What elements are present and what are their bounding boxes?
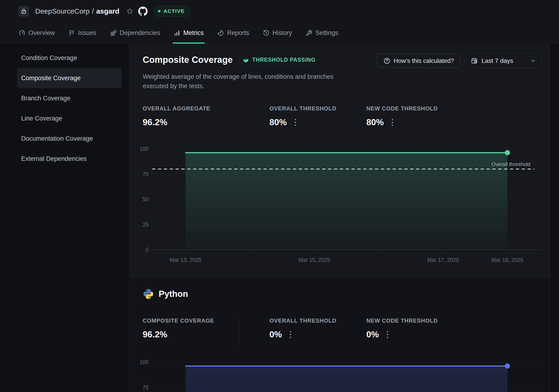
- repo-owner[interactable]: DeepSourceCorp: [35, 7, 90, 15]
- github-link[interactable]: [138, 7, 148, 16]
- stat-label: OVERALL THRESHOLD: [270, 317, 366, 324]
- repo-name[interactable]: asgard: [96, 7, 119, 15]
- python-stats-row: COMPOSITE COVERAGE 96.2% OVERALL THRESHO…: [143, 317, 438, 345]
- analyzer-title: Python: [159, 289, 188, 299]
- threshold-passing-badge: THRESHOLD PASSING: [239, 53, 322, 66]
- stat-label: OVERALL THRESHOLD: [270, 105, 366, 112]
- repo-nav: Overview Issues Dependencies Metrics: [0, 22, 559, 44]
- stat-new-code-threshold: NEW CODE THRESHOLD 80%: [366, 105, 438, 133]
- sidebar-item-branch-coverage[interactable]: Branch Coverage: [17, 88, 121, 108]
- page-title: Composite Coverage: [143, 55, 233, 65]
- tab-overview[interactable]: Overview: [19, 22, 55, 44]
- stat-menu-button[interactable]: [293, 117, 298, 127]
- star-icon: [126, 8, 133, 15]
- svg-text:0: 0: [146, 247, 149, 253]
- sidebar-item-documentation-coverage[interactable]: Documentation Coverage: [17, 128, 121, 149]
- stat-value: 96.2%: [143, 330, 167, 339]
- sidebar-item-composite-coverage[interactable]: Composite Coverage: [17, 68, 121, 88]
- top-bar: DeepSourceCorp / asgard ACTIVE: [0, 0, 559, 22]
- kebab-menu-icon: [391, 118, 393, 126]
- svg-text:Mar 17, 2025: Mar 17, 2025: [427, 257, 459, 263]
- how-calculated-label: How’s this calculated?: [394, 57, 454, 64]
- svg-text:75: 75: [142, 384, 149, 391]
- svg-text:100: 100: [140, 359, 149, 365]
- stat-label: COMPOSITE COVERAGE: [143, 317, 239, 324]
- kebab-menu-icon: [386, 330, 389, 339]
- svg-text:50: 50: [142, 196, 149, 202]
- history-icon: [263, 30, 270, 36]
- status-dot-icon: [158, 10, 160, 12]
- threshold-passing-label: THRESHOLD PASSING: [252, 57, 316, 63]
- tab-label: Metrics: [183, 29, 204, 36]
- stat-value: 96.2%: [143, 117, 167, 127]
- status-badge-label: ACTIVE: [164, 8, 185, 14]
- tab-label: History: [272, 29, 292, 36]
- kebab-menu-icon: [289, 330, 292, 339]
- tab-label: Reports: [227, 29, 249, 36]
- pie-chart-icon: [217, 30, 224, 36]
- svg-text:75: 75: [142, 171, 149, 177]
- stat-value: 80%: [366, 117, 384, 127]
- metrics-sidebar: Condition Coverage Composite Coverage Br…: [0, 44, 129, 392]
- python-section-header: Python: [143, 288, 188, 300]
- stat-menu-button[interactable]: [390, 117, 394, 127]
- composite-stats-row: OVERALL AGGREGATE 96.2% OVERALL THRESHOL…: [143, 105, 438, 133]
- threshold-status-icon: [243, 57, 249, 63]
- metrics-list: Condition Coverage Composite Coverage Br…: [17, 48, 121, 169]
- python-analyzer-section: Python COMPOSITE COVERAGE 96.2% OVERALL …: [129, 278, 550, 392]
- stats-divider: [239, 105, 240, 133]
- stat-composite-coverage: COMPOSITE COVERAGE 96.2%: [143, 317, 239, 345]
- chevron-down-icon: [530, 58, 536, 63]
- svg-text:Mar 18, 2025: Mar 18, 2025: [491, 257, 523, 263]
- packages-icon: [110, 30, 117, 36]
- panel-header: Composite Coverage THRESHOLD PASSING: [143, 53, 322, 66]
- status-badge: ACTIVE: [154, 6, 190, 17]
- metric-description: Weighted average of the coverage of line…: [143, 72, 361, 91]
- tab-label: Settings: [315, 29, 338, 36]
- date-range-select[interactable]: Last 7 days: [465, 53, 541, 68]
- flag-icon: [68, 30, 75, 36]
- deepsource-metrics-page: DeepSourceCorp / asgard ACTIVE Overview: [0, 0, 559, 392]
- sidebar-item-external-dependencies[interactable]: External Dependencies: [17, 149, 121, 169]
- tab-reports[interactable]: Reports: [217, 22, 249, 44]
- how-calculated-button[interactable]: How’s this calculated?: [377, 54, 461, 68]
- tab-dependencies[interactable]: Dependencies: [110, 22, 160, 44]
- stat-menu-button[interactable]: [289, 330, 293, 339]
- stat-label: NEW CODE THRESHOLD: [366, 317, 438, 324]
- tab-settings[interactable]: Settings: [306, 22, 338, 44]
- stat-value: 0%: [270, 330, 282, 339]
- wrench-icon: [306, 30, 312, 36]
- stat-overall-aggregate: OVERALL AGGREGATE 96.2%: [143, 105, 239, 133]
- stat-value: 80%: [270, 117, 287, 127]
- stat-menu-button[interactable]: [385, 330, 390, 339]
- star-repo-button[interactable]: [126, 8, 133, 15]
- svg-text:Mar 13, 2025: Mar 13, 2025: [170, 257, 202, 263]
- tab-label: Overview: [28, 29, 55, 36]
- tab-metrics[interactable]: Metrics: [174, 22, 204, 44]
- calendar-icon: [471, 57, 478, 64]
- help-circle-icon: [383, 57, 390, 64]
- breadcrumb-separator: /: [92, 7, 94, 15]
- panel-actions: How’s this calculated? Last 7 days: [377, 53, 541, 68]
- kebab-menu-icon: [294, 118, 297, 126]
- lock-icon: [21, 8, 27, 14]
- sidebar-item-line-coverage[interactable]: Line Coverage: [17, 108, 121, 128]
- gauge-icon: [19, 30, 25, 36]
- bar-chart-icon: [174, 30, 180, 36]
- stat-new-code-threshold: NEW CODE THRESHOLD 0%: [366, 317, 438, 345]
- breadcrumb: DeepSourceCorp / asgard: [35, 7, 120, 15]
- svg-text:25: 25: [142, 222, 149, 228]
- date-range-label: Last 7 days: [481, 57, 513, 64]
- python-coverage-chart: 0255075100Mar 13, 2025Mar 15, 2025Mar 17…: [140, 359, 542, 392]
- composite-coverage-chart: 0255075100Mar 13, 2025Mar 15, 2025Mar 17…: [140, 145, 542, 267]
- tab-issues[interactable]: Issues: [68, 22, 96, 44]
- python-logo-icon: [143, 288, 154, 300]
- sidebar-item-condition-coverage[interactable]: Condition Coverage: [17, 48, 121, 68]
- svg-text:100: 100: [140, 146, 149, 152]
- stats-divider: [239, 317, 240, 345]
- stat-label: OVERALL AGGREGATE: [143, 105, 239, 112]
- tab-label: Issues: [78, 29, 96, 36]
- tab-label: Dependencies: [120, 29, 160, 36]
- tab-history[interactable]: History: [263, 22, 292, 44]
- stat-value: 0%: [366, 330, 379, 339]
